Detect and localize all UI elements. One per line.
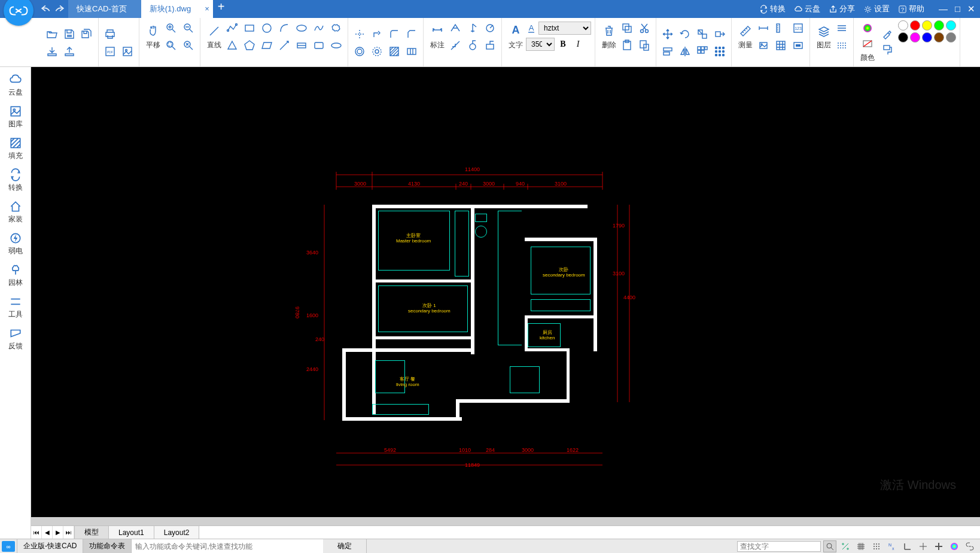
zoomext-icon[interactable] [181,38,196,53]
bold-button[interactable]: B [556,38,570,51]
meas3-icon[interactable]: 123 [790,20,806,36]
cut-icon[interactable] [637,20,652,36]
line-icon[interactable] [206,23,222,39]
command-table-button[interactable]: 功能命令表 [83,539,132,553]
oval2-icon[interactable] [328,38,344,53]
paste-icon[interactable] [619,38,635,53]
measure-icon[interactable] [738,23,753,39]
ltab-last-icon[interactable]: ⏭ [63,526,74,539]
h-scrollbar[interactable] [31,517,980,525]
pan-icon[interactable] [145,23,161,39]
polar-icon[interactable] [917,540,930,552]
saveall-icon[interactable] [79,26,95,42]
lay2-icon[interactable] [834,38,850,53]
share-button[interactable]: 分享 [829,4,855,14]
dim1-icon[interactable] [448,20,463,36]
drawing-canvas[interactable]: 11400 3000 4130 240 3000 940 3100 3640 1… [31,67,980,517]
break-icon[interactable] [404,44,419,59]
print-icon[interactable] [102,26,118,42]
matchprop-icon[interactable] [879,26,894,42]
sidebar-cloud[interactable]: 云盘 [0,69,31,101]
settings-button[interactable]: 设置 [863,4,890,14]
import-icon[interactable] [44,44,60,59]
colorwheel-icon[interactable] [860,20,875,36]
color-magenta[interactable] [910,32,920,42]
zoomin-icon[interactable] [163,20,179,36]
export-icon[interactable] [62,44,77,59]
color-yellow[interactable] [922,20,932,31]
save-icon[interactable] [62,26,77,42]
cloud-button[interactable]: 云盘 [794,4,820,14]
hatch-icon[interactable] [386,44,402,59]
array-icon[interactable] [695,44,710,59]
ok-button[interactable]: 确定 [323,539,367,553]
sidebar-feedback[interactable]: 反馈 [0,323,31,355]
mirror-icon[interactable] [677,44,693,59]
bylayer-icon[interactable] [860,36,875,51]
move-icon[interactable] [660,26,675,42]
zoomout-icon[interactable] [181,20,196,36]
color-cyan[interactable] [946,20,956,31]
trim-icon[interactable] [352,26,367,42]
app-small-icon[interactable]: ∞ [2,541,15,552]
undo-icon[interactable] [41,4,51,14]
color-brown[interactable] [934,32,944,42]
fillet-icon[interactable] [386,26,402,42]
pentagon-icon[interactable] [242,38,257,53]
paste2-icon[interactable] [637,38,652,53]
size-select[interactable]: 350 [526,38,555,51]
meas1-icon[interactable] [756,20,771,36]
cross-icon[interactable] [932,540,945,552]
sidebar-electrical[interactable]: 弱电 [0,228,31,260]
offset2-icon[interactable] [369,44,385,59]
scale-icon[interactable] [695,26,710,42]
xline-icon[interactable] [294,38,309,53]
tab-add-button[interactable]: + [213,0,230,18]
search-icon[interactable] [823,540,836,552]
grid2-icon[interactable] [870,540,883,552]
ltab-first-icon[interactable]: ⏮ [31,526,42,539]
layout-2[interactable]: Layout2 [154,526,200,539]
color-gray[interactable] [946,32,956,42]
arc-icon[interactable] [276,20,292,36]
zoomwin-icon[interactable] [163,38,179,53]
colorwheel2-icon[interactable] [948,540,961,552]
parallelogram-icon[interactable] [259,38,275,53]
meas2-icon[interactable] [773,20,789,36]
link-icon[interactable] [963,540,976,552]
dim6-icon[interactable] [482,38,498,53]
dimension-icon[interactable] [430,23,445,39]
tab-home[interactable]: 快速CAD-首页 [68,0,141,18]
array2-icon[interactable] [712,44,728,59]
open-icon[interactable] [44,26,60,42]
close-icon[interactable]: × [205,4,209,13]
copy-icon[interactable] [619,20,635,36]
sidebar-convert[interactable]: 转换 [0,165,31,196]
ray-icon[interactable] [276,38,292,53]
xy-icon[interactable]: Nx [885,540,899,552]
color-black[interactable] [898,32,908,42]
sidebar-home[interactable]: 家装 [0,196,31,228]
spline-icon[interactable] [311,20,327,36]
font-select[interactable]: hztxt [538,22,591,35]
sidebar-landscape[interactable]: 园林 [0,260,31,291]
rotate-icon[interactable] [677,26,693,42]
grid-icon[interactable] [854,540,868,552]
offset-icon[interactable] [352,44,367,59]
italic-button[interactable]: I [571,38,585,51]
dim2-icon[interactable] [465,20,480,36]
dim4-icon[interactable] [448,38,463,53]
minimize-icon[interactable]: — [939,4,948,14]
color-blue[interactable] [922,32,932,42]
tab-drawing[interactable]: 新块(1).dwg× [141,0,213,18]
polyline-icon[interactable] [224,20,240,36]
maximize-icon[interactable]: □ [955,4,960,14]
formatpaint-icon[interactable] [879,42,894,57]
ellipse-icon[interactable] [294,20,309,36]
layout-model[interactable]: 模型 [75,526,109,539]
close-window-icon[interactable]: ✕ [967,4,975,14]
revcloud-icon[interactable] [328,20,344,36]
redo-icon[interactable] [54,4,65,14]
ltab-next-icon[interactable]: ▶ [53,526,63,539]
ltab-prev-icon[interactable]: ◀ [42,526,53,539]
